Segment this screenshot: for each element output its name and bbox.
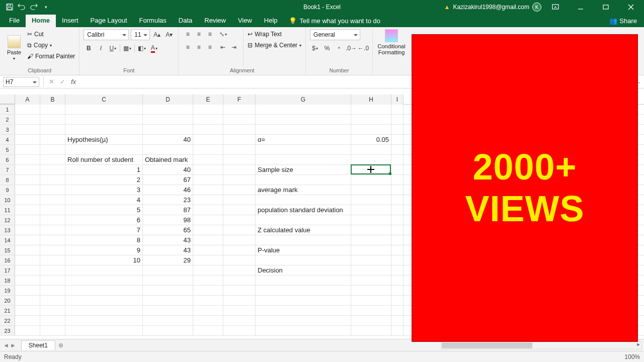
cell[interactable] xyxy=(15,316,40,326)
cell[interactable]: 2 xyxy=(65,175,143,185)
cell[interactable] xyxy=(351,205,391,215)
cell[interactable] xyxy=(351,296,391,306)
row-header[interactable]: 17 xyxy=(0,265,15,275)
select-all-corner[interactable] xyxy=(0,95,15,104)
cell[interactable] xyxy=(15,195,40,205)
account-badge[interactable]: ▲ Kazizakirul1998@gmail.com K xyxy=(444,3,541,12)
cell[interactable] xyxy=(256,175,351,185)
cell[interactable] xyxy=(40,316,65,326)
font-color-button[interactable]: A xyxy=(149,43,159,53)
cell[interactable] xyxy=(15,286,40,296)
row-header[interactable]: 22 xyxy=(0,316,15,325)
cell[interactable] xyxy=(391,115,404,125)
cell[interactable] xyxy=(15,215,40,225)
cell[interactable] xyxy=(391,225,404,235)
cell[interactable] xyxy=(40,235,65,245)
cell[interactable] xyxy=(223,326,256,336)
cell[interactable] xyxy=(193,155,223,165)
share-button[interactable]: 👥Share xyxy=(602,17,644,25)
cell[interactable] xyxy=(143,115,193,125)
close-button[interactable] xyxy=(620,0,642,14)
cell[interactable] xyxy=(143,276,193,286)
cell[interactable] xyxy=(193,175,223,185)
cell[interactable]: 5 xyxy=(65,205,143,215)
cell[interactable]: P-value xyxy=(256,245,351,255)
cell[interactable] xyxy=(223,195,256,205)
align-left-icon[interactable]: ≡ xyxy=(183,42,193,52)
menu-tab-view[interactable]: View xyxy=(232,15,258,27)
accept-formula-icon[interactable]: ✓ xyxy=(57,78,68,85)
cell[interactable] xyxy=(223,125,256,135)
number-format-combo[interactable]: General xyxy=(310,29,360,40)
cell[interactable] xyxy=(351,276,391,286)
cell[interactable] xyxy=(391,205,404,215)
cell[interactable] xyxy=(15,125,40,135)
cell[interactable] xyxy=(15,175,40,185)
cell[interactable]: average mark xyxy=(256,185,351,195)
cell[interactable] xyxy=(391,145,404,155)
cell[interactable] xyxy=(223,235,256,245)
underline-button[interactable]: U xyxy=(108,43,118,53)
cell[interactable]: 87 xyxy=(143,205,193,215)
cell[interactable] xyxy=(351,245,391,255)
cell[interactable] xyxy=(256,155,351,165)
format-painter-button[interactable]: 🖌Format Painter xyxy=(27,51,75,61)
cell[interactable] xyxy=(15,225,40,235)
cell[interactable] xyxy=(193,145,223,155)
cell[interactable] xyxy=(351,145,391,155)
increase-decimal-icon[interactable]: .0→ xyxy=(346,43,356,53)
horizontal-scrollbar[interactable]: ◄ ► xyxy=(441,341,642,349)
cell[interactable] xyxy=(40,255,65,265)
cell[interactable] xyxy=(256,115,351,125)
row-header[interactable]: 6 xyxy=(0,155,15,164)
new-sheet-button[interactable]: ⊕ xyxy=(55,342,66,349)
row-header[interactable]: 16 xyxy=(0,255,15,265)
cell[interactable]: 9 xyxy=(65,245,143,255)
cell[interactable] xyxy=(143,286,193,296)
cell[interactable] xyxy=(223,165,256,175)
cell[interactable] xyxy=(223,316,256,326)
cell[interactable] xyxy=(143,145,193,155)
qat-customize-icon[interactable]: ▾ xyxy=(40,2,51,13)
cell[interactable]: Hypothesis(µ) xyxy=(65,135,143,145)
cell[interactable] xyxy=(40,185,65,195)
cell[interactable] xyxy=(391,316,404,326)
scroll-right-icon[interactable]: ► xyxy=(635,342,642,349)
cell[interactable] xyxy=(15,235,40,245)
cell[interactable] xyxy=(40,326,65,336)
cell[interactable] xyxy=(351,125,391,135)
cell[interactable] xyxy=(40,135,65,145)
cell[interactable]: 1 xyxy=(65,165,143,175)
cell[interactable] xyxy=(351,235,391,245)
save-icon[interactable] xyxy=(4,2,15,13)
cell[interactable] xyxy=(391,306,404,316)
cell[interactable]: 29 xyxy=(143,255,193,265)
cell[interactable] xyxy=(193,195,223,205)
menu-tab-formulas[interactable]: Formulas xyxy=(133,15,173,27)
increase-font-icon[interactable]: A▴ xyxy=(152,30,162,40)
cell[interactable] xyxy=(193,235,223,245)
cell[interactable] xyxy=(40,225,65,235)
ribbon-display-icon[interactable] xyxy=(544,0,567,14)
cell[interactable] xyxy=(143,125,193,135)
cell[interactable] xyxy=(65,125,143,135)
paste-button[interactable]: Paste ▾ xyxy=(4,29,24,66)
cell[interactable] xyxy=(193,255,223,265)
cell[interactable] xyxy=(15,255,40,265)
cell[interactable] xyxy=(351,286,391,296)
cell[interactable]: 43 xyxy=(143,245,193,255)
row-header[interactable]: 3 xyxy=(0,125,15,134)
row-header[interactable]: 2 xyxy=(0,115,15,124)
comma-format-icon[interactable]: ⁿ xyxy=(334,43,344,53)
wrap-text-button[interactable]: ↩Wrap Text xyxy=(248,29,301,39)
sheet-nav-prev-icon[interactable]: ◄ xyxy=(3,342,9,349)
cell[interactable] xyxy=(40,286,65,296)
cell[interactable] xyxy=(193,245,223,255)
cell[interactable] xyxy=(15,276,40,286)
cell[interactable] xyxy=(223,105,256,115)
cell[interactable]: 46 xyxy=(143,185,193,195)
cell[interactable] xyxy=(143,316,193,326)
cell[interactable] xyxy=(351,105,391,115)
cell[interactable] xyxy=(40,215,65,225)
cell[interactable]: Sample size xyxy=(256,165,351,175)
